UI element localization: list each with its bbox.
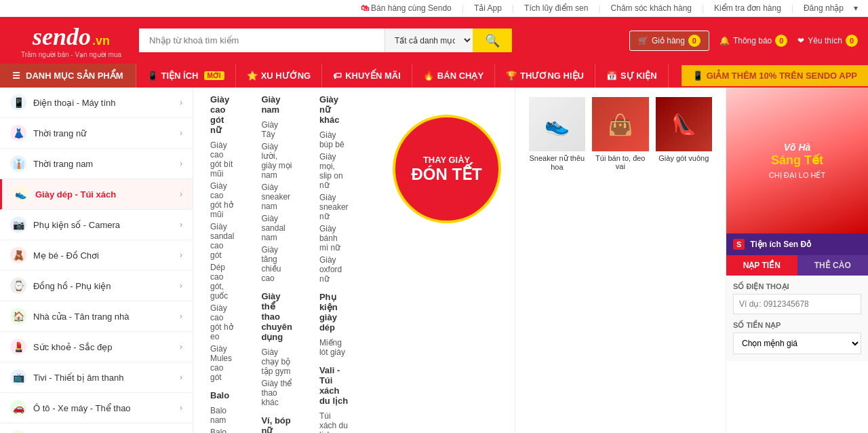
dropdown-col-1: Giày cao gót nữ Giày cao gót bít mũi Già… — [203, 94, 241, 433]
dropdown-link[interactable]: Giày chạy bộ tập gym — [261, 346, 292, 377]
dropdown-link[interactable]: Giày cao gót bít mũi — [210, 139, 234, 180]
sell-link[interactable]: 🛍 Bán hàng cùng Sendo — [361, 3, 452, 13]
dropdown-link[interactable]: Túi xách du lịch — [319, 410, 349, 433]
tien-ich-icon: 📱 — [147, 71, 158, 81]
dropdown-col-3: Giày nữ khác Giày búp bê Giày mọi, slip … — [313, 94, 355, 433]
sendo-s-badge: S — [733, 239, 745, 250]
search-area: Tất cả danh mục 🔍 — [139, 29, 512, 52]
col3-header-1: Phụ kiện giày dép — [319, 292, 349, 333]
dropdown-link[interactable]: Giày Mules cao gót — [210, 343, 234, 383]
sidebar-item-dong-ho[interactable]: ⌚ Đồng hồ - Phụ kiện › — [0, 271, 193, 301]
amount-select[interactable]: Chọn mệnh giá — [733, 333, 861, 354]
tab-nap-tien[interactable]: NẠP TIỀN — [726, 255, 797, 276]
right-banner: Võ Hà Sáng Tết CHỊ ĐẠI LO HẾT — [726, 88, 868, 233]
category-select[interactable]: Tất cả danh mục — [384, 29, 473, 52]
sidebar-item-nha-cua[interactable]: 🏠 Nhà cửa - Tân trang nhà › — [0, 301, 193, 332]
tich-luy-link[interactable]: Tích lũy điểm sen — [524, 3, 588, 13]
shoes-icon: 👟 — [12, 186, 28, 202]
promo-circle: THAY GIÀY ĐÓN TẾT — [393, 115, 501, 223]
dropdown-panel: Giày cao gót nữ Giày cao gót bít mũi Già… — [193, 88, 515, 433]
sidebar-item-phu-kien-so[interactable]: 📷 Phụ kiện số - Camera › — [0, 210, 193, 240]
nav-thuong-hieu[interactable]: 🏆 THƯƠNG HIỆU — [495, 64, 595, 88]
tab-the-cao[interactable]: THẺ CÀO — [797, 255, 869, 276]
nav-su-kien[interactable]: 📅 SỰ KIỆN — [595, 64, 669, 88]
sidebar-item-suc-khoe[interactable]: 💄 Sức khoẻ - Sắc đẹp › — [0, 332, 193, 362]
amount-label: SỐ TIỀN NẠP — [733, 321, 861, 330]
chevron-down-icon: ▾ — [854, 3, 858, 13]
col2-header-0: Giày nam — [261, 94, 292, 115]
sidebar-item-dien-gia-dung[interactable]: 🔌 Điện gia dụng - Điện máy › — [0, 423, 193, 433]
dropdown-link[interactable]: Giày bánh mì nữ — [319, 223, 349, 254]
nav-khuyen-mai[interactable]: 🏷 KHUYẾN MÃI — [322, 64, 412, 88]
watch-icon: ⌚ — [10, 278, 26, 294]
col2-header-2: Ví, bóp nữ — [261, 415, 292, 433]
product-thumb-sneaker[interactable]: 👟 Sneaker nữ thêu hoa — [526, 94, 589, 433]
dang-nhap-link[interactable]: Đăng nhập — [804, 3, 844, 13]
dropdown-link[interactable]: Giày sneaker nam — [261, 181, 292, 212]
bag-label: Túi bán to, đeo vai — [592, 154, 648, 170]
nav-bar: ☰ DANH MỤC SẢN PHẨM 📱 TIỆN ÍCH MỚI ⭐ XU … — [0, 64, 868, 88]
appliance-icon: 🔌 — [10, 430, 26, 433]
nav-danh-muc[interactable]: ☰ DANH MỤC SẢN PHẨM — [0, 64, 136, 88]
app-link[interactable]: Tải App — [474, 3, 502, 13]
sidebar-item-thoi-trang-nam[interactable]: 👔 Thời trang nam › — [0, 149, 193, 179]
sneaker-image: 👟 — [529, 97, 585, 151]
cart-button[interactable]: 🛒 Giỏ hàng 0 — [629, 31, 709, 51]
dropdown-link[interactable]: Giày búp bê — [319, 129, 349, 151]
chevron-right-icon: › — [180, 220, 182, 229]
award-icon: 🏆 — [506, 71, 517, 81]
dropdown-link[interactable]: Giày sneaker nữ — [319, 191, 349, 223]
tag-icon: 🏷 — [333, 71, 342, 81]
phone-input[interactable] — [733, 294, 861, 314]
yeu-thich-badge: 0 — [846, 35, 858, 47]
dropdown-link[interactable]: Giày lười, giày mọi nam — [261, 140, 292, 181]
dropdown-link[interactable]: Giày mọi, slip on nữ — [319, 151, 349, 191]
search-button[interactable]: 🔍 — [473, 29, 512, 52]
menu-icon: ☰ — [12, 71, 20, 81]
dropdown-col-2: Giày nam Giày Tây Giày lười, giày mọi na… — [254, 94, 299, 433]
banner-content: Võ Hà Sáng Tết CHỊ ĐẠI LO HẾT — [769, 142, 825, 180]
product-thumb-heel[interactable]: 👠 Giày gót vuông — [652, 94, 715, 433]
baby-icon: 🧸 — [10, 247, 26, 263]
dropdown-link[interactable]: Giày sandal cao gót — [210, 221, 234, 261]
yeu-thich-button[interactable]: ❤ Yêu thích 0 — [797, 35, 858, 47]
dropdown-link[interactable]: Balo nam — [210, 404, 234, 426]
nav-promo[interactable]: 📱 GIẢM THÊM 10% TRÊN SENDO APP — [682, 65, 868, 86]
heel-image: 👠 — [656, 97, 712, 151]
nav-xu-huong[interactable]: ⭐ XU HƯỚNG — [236, 64, 323, 88]
header-actions: 🛒 Giỏ hàng 0 🔔 Thông báo 0 ❤ Yêu thích 0 — [629, 31, 858, 51]
dropdown-link[interactable]: Giày oxford nữ — [319, 254, 349, 285]
nav-tien-ich[interactable]: 📱 TIỆN ÍCH MỚI — [136, 64, 236, 88]
dropdown-link[interactable]: Giày cao gót hở mũi — [210, 180, 234, 221]
sidebar-item-thoi-trang-nu[interactable]: 👗 Thời trang nữ › — [0, 118, 193, 149]
sidebar-item-oto[interactable]: 🚗 Ô tô - Xe máy - Thể thao › — [0, 393, 193, 423]
cham-soc-link[interactable]: Chăm sóc khách hàng — [611, 3, 692, 13]
tich-luy-title: Tiện ích Sen Đỏ — [750, 240, 811, 249]
kiem-tra-link[interactable]: Kiểm tra đơn hàng — [714, 3, 781, 13]
tich-tabs: NẠP TIỀN THẺ CÀO — [726, 255, 868, 276]
sidebar: 📱 Điện thoại - Máy tính › 👗 Thời trang n… — [0, 88, 193, 433]
tich-form: SỐ ĐIỆN THOẠI SỐ TIỀN NẠP Chọn mệnh giá — [726, 276, 868, 361]
product-thumb-bag[interactable]: 👜 Túi bán to, đeo vai — [589, 94, 652, 433]
dropdown-link[interactable]: Giày tăng chiều cao — [261, 244, 292, 284]
chevron-right-icon: › — [180, 403, 182, 413]
sidebar-item-tivi[interactable]: 📺 Tivi - Thiết bị âm thanh › — [0, 362, 193, 393]
sidebar-item-me-be[interactable]: 🧸 Mẹ bé - Đồ Chơi › — [0, 240, 193, 271]
thong-bao-button[interactable]: 🔔 Thông báo 0 — [719, 35, 787, 47]
sidebar-item-giay-dep[interactable]: 👟 Giày dép - Túi xách › — [0, 179, 193, 210]
dropdown-link[interactable]: Giày thể thao khác — [261, 377, 292, 409]
phone-label: SỐ ĐIỆN THOẠI — [733, 282, 861, 291]
bell-icon: 🔔 — [719, 36, 730, 45]
calendar-icon: 📅 — [606, 71, 617, 81]
thong-bao-badge: 0 — [775, 35, 787, 47]
dropdown-link[interactable]: Balo nữ — [210, 426, 234, 433]
dropdown-link[interactable]: Giày cao gót hở eo — [210, 302, 234, 343]
search-input[interactable] — [139, 29, 384, 52]
dropdown-link[interactable]: Miếng lót giày — [319, 337, 349, 358]
promo-area: THAY GIÀY ĐÓN TẾT — [369, 94, 505, 433]
sidebar-item-dien-thoai[interactable]: 📱 Điện thoại - Máy tính › — [0, 88, 193, 118]
dropdown-link[interactable]: Dép cao gót, guốc — [210, 261, 234, 302]
dropdown-link[interactable]: Giày Tây — [261, 119, 292, 140]
dropdown-link[interactable]: Giày sandal nam — [261, 212, 292, 244]
nav-ban-chay[interactable]: 🔥 BÁN CHẠY — [412, 64, 495, 88]
